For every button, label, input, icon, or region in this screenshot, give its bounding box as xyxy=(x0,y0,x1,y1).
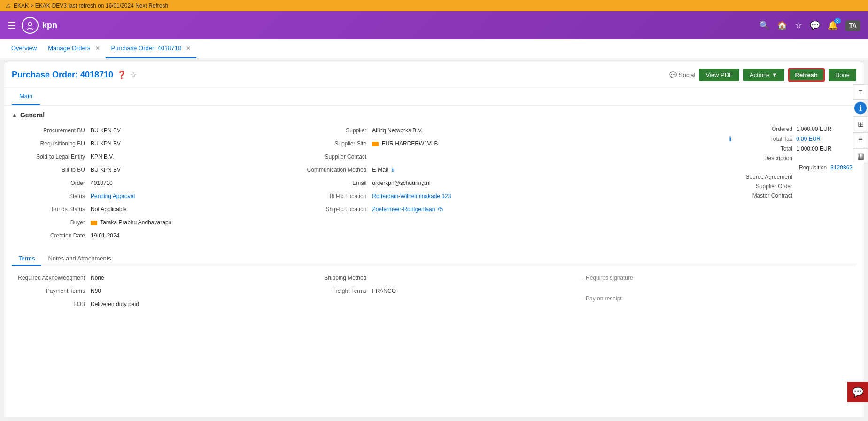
main-tabs: Main xyxy=(4,88,864,106)
chat-nav-icon[interactable]: 💬 xyxy=(810,20,820,31)
logo-icon xyxy=(22,17,39,34)
summary-total: Total 1,000.00 EUR xyxy=(579,144,852,153)
tabs-bar: Overview Manage Orders ✕ Purchase Order:… xyxy=(0,39,868,58)
summary-requisition: Requisition 8129862 xyxy=(579,163,852,172)
page-title: Purchase Order: 4018710 xyxy=(12,70,113,80)
done-button[interactable]: Done xyxy=(829,69,856,81)
svg-point-0 xyxy=(28,22,32,26)
summary-supplier-order: Supplier Order xyxy=(579,182,852,191)
field-communication-method: Communication Method E-Mail ℹ xyxy=(297,164,571,177)
section-title: General xyxy=(20,111,45,119)
sidebar-chart-icon[interactable]: ▦ xyxy=(853,148,868,163)
middle-column: Supplier Allinq Networks B.V. Supplier S… xyxy=(293,124,574,243)
bookmark-icon[interactable]: ☆ xyxy=(130,70,137,79)
page-actions: 💬 Social View PDF Actions ▼ Refresh Done xyxy=(669,68,856,82)
field-bill-to-bu: Bill-to BU BU KPN BV xyxy=(16,164,289,177)
view-pdf-button[interactable]: View PDF xyxy=(699,69,739,81)
actions-button[interactable]: Actions ▼ xyxy=(743,69,784,81)
field-status: Status Pending Approval xyxy=(16,190,289,203)
field-bill-to-location: Bill-to Location Rotterdam-Wilhelminakad… xyxy=(297,190,571,203)
chat-icon: 💬 xyxy=(852,386,864,398)
home-icon[interactable]: 🏠 xyxy=(777,20,787,31)
close-manage-orders-tab[interactable]: ✕ xyxy=(95,45,100,52)
field-supplier-site: Supplier Site EUR HARDERW1VLB xyxy=(297,138,571,151)
total-tax-info-icon[interactable]: ℹ xyxy=(729,135,731,143)
star-nav-icon[interactable]: ☆ xyxy=(795,20,802,31)
flag-icon xyxy=(91,221,97,225)
terms-middle-column: Shipping Method Freight Terms FRANCO xyxy=(293,272,574,311)
field-order: Order 4018710 xyxy=(16,177,289,190)
terms-tabs: Terms Notes and Attachments xyxy=(12,252,856,266)
terms-right-column: — Requires signature — Pay on receipt xyxy=(575,272,856,311)
field-requisitioning-bu: Requisitioning BU BU KPN BV xyxy=(16,138,289,151)
page-header: Purchase Order: 4018710 ❓ ☆ 💬 Social Vie… xyxy=(4,62,864,88)
logo: kpn xyxy=(22,17,57,34)
form-grid: Procurement BU BU KPN BV Requisitioning … xyxy=(12,124,856,243)
warning-icon: ⚠ xyxy=(6,2,11,9)
collapse-icon[interactable]: ▲ xyxy=(12,112,17,118)
tab-purchase-order[interactable]: Purchase Order: 4018710 ✕ xyxy=(106,39,197,58)
tab-manage-orders[interactable]: Manage Orders ✕ xyxy=(42,39,105,58)
warning-text: EKAK > EKAK-DEV3 last refresh on 16/01/2… xyxy=(14,2,168,9)
summary-ordered: Ordered 1,000.00 EUR xyxy=(579,124,852,134)
field-ship-to-location: Ship-to Location Zoetermeer-Rontgenlaan … xyxy=(297,203,571,216)
hamburger-menu[interactable]: ☰ xyxy=(8,20,16,31)
field-payment-terms: Payment Terms N90 xyxy=(16,285,289,298)
sidebar-list-icon[interactable]: ≡ xyxy=(853,132,868,147)
sidebar-doc-icon[interactable]: ≡ xyxy=(853,84,868,100)
header-right: 🔍 🏠 ☆ 💬 🔔 8 TA xyxy=(759,20,860,31)
supplier-flag-icon xyxy=(372,142,379,146)
right-column: Ordered 1,000.00 EUR ℹ Total Tax 0.00 EU… xyxy=(575,124,856,243)
search-icon[interactable]: 🔍 xyxy=(759,20,769,31)
refresh-button[interactable]: Refresh xyxy=(788,68,825,82)
field-shipping-method: Shipping Method xyxy=(297,272,571,285)
right-sidebar: ≡ ℹ ⊞ ≡ ▦ xyxy=(853,84,868,163)
general-section: ▲ General Procurement BU BU KPN BV Requi… xyxy=(4,106,864,248)
avatar: TA xyxy=(845,20,860,31)
summary-master-contract: Master Contract xyxy=(579,191,852,200)
notifications-icon[interactable]: 🔔 8 xyxy=(828,20,838,31)
field-fob: FOB Delivered duty paid xyxy=(16,298,289,311)
summary-total-tax: ℹ Total Tax 0.00 EUR xyxy=(579,134,852,144)
dropdown-icon: ▼ xyxy=(772,71,778,78)
terms-tab-terms[interactable]: Terms xyxy=(12,252,41,266)
field-supplier: Supplier Allinq Networks B.V. xyxy=(297,124,571,138)
page-title-area: Purchase Order: 4018710 ❓ ☆ xyxy=(12,70,137,80)
field-procurement-bu: Procurement BU BU KPN BV xyxy=(16,124,289,138)
main-tab-main[interactable]: Main xyxy=(12,88,40,105)
field-buyer: Buyer Taraka Prabhu Andhavarapu xyxy=(16,216,289,230)
field-funds-status: Funds Status Not Applicable xyxy=(16,203,289,216)
field-supplier-contact: Supplier Contact xyxy=(297,151,571,164)
sidebar-info-icon[interactable]: ℹ xyxy=(854,101,867,115)
logo-text: kpn xyxy=(42,21,57,31)
field-email: Email orderkpn@schuuring.nl xyxy=(297,177,571,190)
warning-bar: ⚠ EKAK > EKAK-DEV3 last refresh on 16/01… xyxy=(0,0,868,11)
header: ☰ kpn 🔍 🏠 ☆ 💬 🔔 8 TA xyxy=(0,11,868,39)
field-sold-to-legal-entity: Sold-to Legal Entity KPN B.V. xyxy=(16,151,289,164)
summary-description: Description xyxy=(579,153,852,163)
left-column: Procurement BU BU KPN BV Requisitioning … xyxy=(12,124,293,243)
terms-left-column: Required Acknowledgment None Payment Ter… xyxy=(12,272,293,311)
field-pay-on-receipt: — Pay on receipt xyxy=(579,292,852,306)
terms-content: Required Acknowledgment None Payment Ter… xyxy=(4,266,864,317)
section-header: ▲ General xyxy=(12,111,856,119)
terms-tab-notes[interactable]: Notes and Attachments xyxy=(41,252,117,266)
chat-button[interactable]: 💬 xyxy=(847,382,868,402)
field-creation-date: Creation Date 19-01-2024 xyxy=(16,230,289,243)
summary-source-agreement: Source Agreement xyxy=(579,172,852,182)
header-left: ☰ kpn xyxy=(8,17,57,34)
help-icon[interactable]: ❓ xyxy=(117,70,126,79)
page-container: Purchase Order: 4018710 ❓ ☆ 💬 Social Vie… xyxy=(4,62,864,417)
notification-badge: 8 xyxy=(834,18,841,24)
field-required-ack: Required Acknowledgment None xyxy=(16,272,289,285)
tab-overview[interactable]: Overview xyxy=(6,39,42,58)
close-purchase-order-tab[interactable]: ✕ xyxy=(186,45,191,52)
field-freight-terms: Freight Terms FRANCO xyxy=(297,285,571,298)
sidebar-grid-icon[interactable]: ⊞ xyxy=(853,116,868,131)
field-requires-signature: — Requires signature xyxy=(579,272,852,285)
social-icon: 💬 xyxy=(669,71,677,78)
comm-info-icon[interactable]: ℹ xyxy=(392,167,394,173)
social-button[interactable]: 💬 Social xyxy=(669,71,695,78)
